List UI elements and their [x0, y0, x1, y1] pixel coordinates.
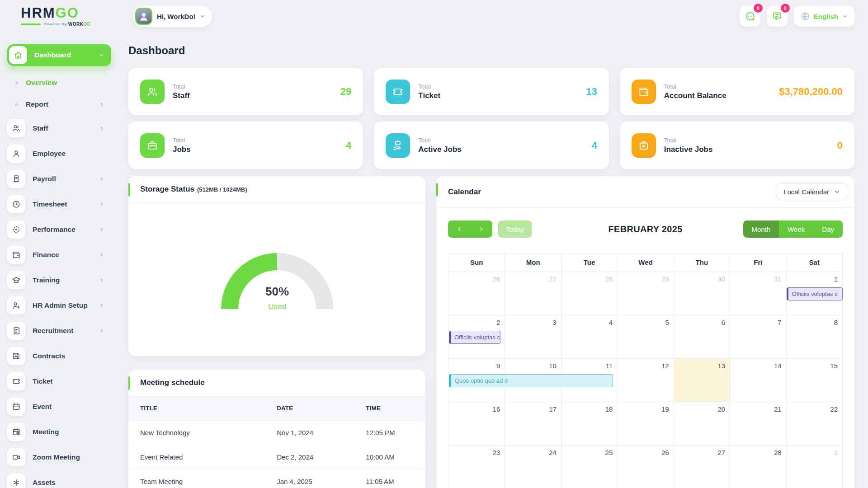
notifications-button[interactable]: 0 — [767, 6, 788, 27]
calendar-date-number: 18 — [605, 405, 613, 413]
calendar-today-button[interactable]: Today — [498, 221, 532, 238]
calendar-day-cell[interactable]: 14 — [730, 359, 786, 402]
calendar-day-cell[interactable]: 25 — [561, 446, 617, 488]
calendar-event[interactable]: Officiis voluptas c — [449, 331, 500, 344]
user-menu[interactable]: Hi, WorkDo! — [133, 6, 212, 27]
calendar-date-number: 1 — [834, 275, 838, 283]
calendar-day-cell[interactable]: 7 — [730, 315, 786, 358]
receipt-icon — [7, 170, 25, 188]
calendar-day-cell[interactable]: 22 — [786, 402, 842, 445]
language-select[interactable]: English — [794, 6, 854, 27]
calendar-day-header: Thu — [674, 253, 730, 272]
stat-card-total-inactive-jobs: TotalInactive Jobs0 — [620, 122, 854, 169]
sidebar-item-training[interactable]: Training — [7, 270, 111, 290]
calendar-view-day-button[interactable]: Day — [813, 221, 843, 238]
stat-prefix: Total — [664, 137, 713, 144]
sidebar-item-label: Zoom Meeting — [33, 453, 80, 461]
greeting-label: Hi, WorkDo! — [157, 13, 196, 20]
calendar-date-number: 26 — [661, 449, 669, 456]
calendar-day-cell[interactable]: 27 — [505, 272, 561, 315]
sidebar-item-hr-admin-setup[interactable]: HR Admin Setup — [7, 296, 111, 315]
calendar-day-cell[interactable]: 6 — [674, 315, 730, 358]
calendar-day-cell[interactable]: 17 — [505, 402, 561, 445]
sidebar-item-employee[interactable]: Employee — [7, 144, 111, 164]
calendar-event[interactable]: Quos optio quo ad d — [449, 374, 613, 387]
calendar-day-cell[interactable]: 27 — [674, 446, 730, 488]
calendar-day-cell[interactable]: 12 — [617, 359, 673, 402]
messages-button[interactable]: 0 — [740, 6, 760, 27]
calendar-day-cell[interactable]: 1 — [786, 446, 842, 488]
sidebar-item-staff[interactable]: Staff — [7, 118, 111, 138]
calendar-date-number: 9 — [496, 362, 500, 370]
calendar-date-number: 28 — [605, 275, 613, 283]
calendar-day-cell[interactable]: 20 — [674, 402, 730, 445]
save-icon — [7, 347, 25, 365]
calendar-view-week-button[interactable]: Week — [779, 221, 813, 238]
calendar-day-cell[interactable]: 19 — [617, 402, 673, 445]
sidebar-item-payroll[interactable]: Payroll — [7, 169, 111, 189]
calendar-date-number: 10 — [549, 362, 557, 370]
topbar: HRMGO Powered By WORK DO Hi, WorkDo! 0 0 — [0, 0, 868, 33]
calendar-day-cell[interactable]: 21 — [730, 402, 786, 445]
meeting-cell: Dec 2, 2024 — [265, 445, 354, 469]
calendar-next-button[interactable] — [470, 221, 492, 238]
calendar-day-cell[interactable]: 28 — [730, 446, 786, 488]
calendar-date-number: 16 — [493, 405, 500, 413]
calendar-source-select[interactable]: Local Calendar — [777, 183, 847, 200]
calendar-view-month-button[interactable]: Month — [743, 221, 779, 238]
sidebar-item-finance[interactable]: Finance — [7, 245, 111, 265]
sidebar-item-timesheet[interactable]: Timesheet — [7, 194, 111, 214]
calendar-prev-button[interactable] — [448, 221, 470, 238]
stat-value: 13 — [586, 86, 597, 98]
calendar-day-cell[interactable]: 23 — [448, 446, 505, 488]
workdo-label: WORK — [68, 22, 84, 27]
sidebar-item-contracts[interactable]: Contracts — [7, 346, 111, 366]
calendar-day-cell[interactable]: 29 — [617, 272, 673, 315]
calendar-day-cell[interactable]: 30 — [674, 272, 730, 315]
sidebar-item-zoom-meeting[interactable]: Zoom Meeting — [7, 447, 111, 467]
sidebar-item-report[interactable]: Report — [14, 97, 111, 112]
sidebar-item-ticket[interactable]: Ticket — [7, 371, 111, 391]
sidebar-item-recruitment[interactable]: Recruitment — [7, 321, 111, 341]
user-plus-icon — [7, 296, 25, 314]
meeting-row: New TechnologyNov 1, 202412:05 PM — [128, 421, 425, 445]
calendar-day-cell[interactable]: 26 — [448, 272, 505, 315]
storage-percent: 50% — [265, 285, 288, 298]
calendar-day-cell[interactable]: 31 — [730, 272, 786, 315]
sidebar-item-dashboard[interactable]: Dashboard — [7, 44, 111, 66]
calendar-day-cell[interactable]: 8 — [786, 315, 842, 358]
calendar-date-number: 19 — [661, 405, 669, 413]
users-icon — [7, 119, 25, 137]
calendar-day-cell[interactable]: 5 — [617, 315, 673, 358]
meeting-column-header: TIME — [354, 396, 425, 421]
calendar-date-number: 7 — [778, 319, 781, 326]
sidebar-item-assets[interactable]: Assets — [7, 473, 111, 488]
calendar-day-cell[interactable]: 16 — [448, 402, 505, 445]
sidebar-item-overview[interactable]: Overview — [14, 75, 111, 90]
calendar-day-cell[interactable]: 15 — [786, 359, 842, 402]
calendar-date-number: 31 — [774, 275, 782, 283]
stat-prefix: Total — [418, 83, 440, 90]
calendar-day-cell-today[interactable]: 13 — [674, 359, 730, 402]
calendar-day-cell[interactable]: 24 — [505, 446, 561, 488]
calendar-date-number: 20 — [717, 405, 725, 413]
sidebar-item-performance[interactable]: Performance — [7, 220, 111, 239]
briefcase-icon — [140, 133, 165, 158]
sidebar-item-event[interactable]: Event — [7, 397, 111, 417]
stat-label: Ticket — [418, 91, 440, 100]
brand-logo[interactable]: HRMGO Powered By WORK DO — [0, 6, 118, 27]
stat-label: Active Jobs — [418, 145, 461, 154]
calendar-day-cell[interactable]: 18 — [561, 402, 617, 445]
calendar-day-cell[interactable]: 28 — [561, 272, 617, 315]
calendar-day-cell[interactable]: 4 — [561, 315, 617, 358]
meeting-cell: 10:00 AM — [354, 445, 425, 469]
calendar-day-cell[interactable]: 26 — [617, 446, 673, 488]
calendar-event[interactable]: Officiis voluptas c — [787, 287, 843, 300]
chevron-right-icon — [99, 328, 105, 334]
calendar-date-number: 11 — [606, 362, 613, 370]
sidebar-item-label: Dashboard — [34, 51, 71, 59]
sidebar-item-meeting[interactable]: Meeting — [7, 422, 111, 442]
briefcase-x-icon — [632, 133, 656, 158]
calendar-date-number: 5 — [665, 319, 669, 326]
calendar-day-cell[interactable]: 3 — [505, 315, 561, 358]
